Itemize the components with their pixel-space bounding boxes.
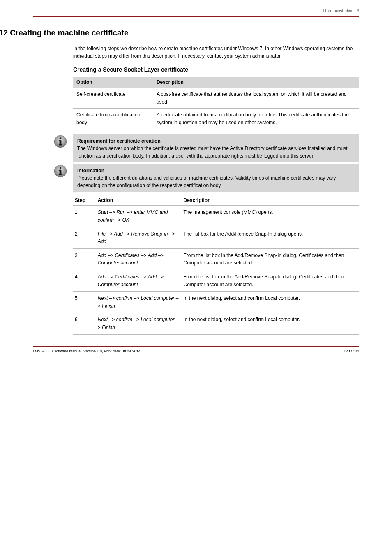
- step-desc: The list box for the Add/Remove Snap-In …: [182, 227, 359, 248]
- step-action: Start –> Run –> enter MMC and confirm –>…: [96, 206, 182, 227]
- options-table: Option Description Self-created certific…: [73, 77, 359, 129]
- info2-title: Information: [77, 168, 104, 174]
- svg-point-6: [60, 167, 62, 169]
- steps-header-step: Step: [73, 195, 96, 206]
- option-desc-cell: A certificate obtained from a certificat…: [153, 109, 359, 129]
- info1-title: Requirement for certificate creation: [77, 138, 161, 144]
- sub-heading: Creating a Secure Socket Layer certifica…: [73, 66, 359, 73]
- step-desc: From the list box in the Add/Remove Snap…: [182, 248, 359, 270]
- step-action: Add –> Certificates –> Add –> Computer a…: [96, 270, 182, 291]
- option-cell: Certificate from a certification body: [73, 109, 153, 129]
- options-header-desc: Description: [153, 77, 359, 88]
- info1-body: The Windows server on which the certific…: [77, 146, 348, 159]
- step-desc: The management console (MMC) opens.: [182, 206, 359, 227]
- intro-paragraph: In the following steps we describe how t…: [73, 45, 359, 60]
- info2-body: Please note the different durations and …: [77, 175, 336, 188]
- option-cell: Self-created certificate: [73, 88, 153, 109]
- svg-rect-8: [59, 174, 62, 175]
- steps-table: Step Action Description 1Start –> Run –>…: [73, 195, 359, 334]
- svg-rect-9: [59, 170, 61, 171]
- svg-rect-4: [59, 140, 61, 141]
- step-action: Next –> confirm –> Local computer –> Fin…: [96, 313, 182, 334]
- step-number: 3: [73, 248, 96, 270]
- svg-rect-3: [59, 144, 62, 146]
- step-number: 4: [73, 270, 96, 291]
- step-number: 5: [73, 292, 96, 313]
- step-desc: From the list box in the Add/Remove Snap…: [182, 270, 359, 291]
- svg-point-1: [60, 138, 62, 140]
- step-desc: In the next dialog, select and confirm L…: [182, 292, 359, 313]
- step-number: 2: [73, 227, 96, 248]
- step-desc: In the next dialog, select and confirm L…: [182, 313, 359, 334]
- step-action: Next –> confirm –> Local computer –> Fin…: [96, 292, 182, 313]
- step-number: 1: [73, 206, 96, 227]
- footer-right: 123 / 132: [344, 349, 359, 353]
- step-action: Add –> Certificates –> Add –> Computer a…: [96, 248, 182, 270]
- steps-header-action: Action: [96, 195, 182, 206]
- info-icon: [53, 164, 70, 180]
- page-header: IT administration | 6: [323, 9, 359, 13]
- options-header-option: Option: [73, 77, 153, 88]
- step-action: File –> Add –> Remove Snap-in –> Add: [96, 227, 182, 248]
- steps-header-desc: Description: [182, 195, 359, 206]
- option-desc-cell: A cost-free certificate that authenticat…: [153, 88, 359, 109]
- step-number: 6: [73, 313, 96, 334]
- footer-left: LMS FD 3.0 Software manual, Version 1.0,…: [33, 349, 141, 353]
- section-title: 6.12 Creating the machine certificate: [0, 28, 359, 37]
- info-icon: [53, 134, 70, 150]
